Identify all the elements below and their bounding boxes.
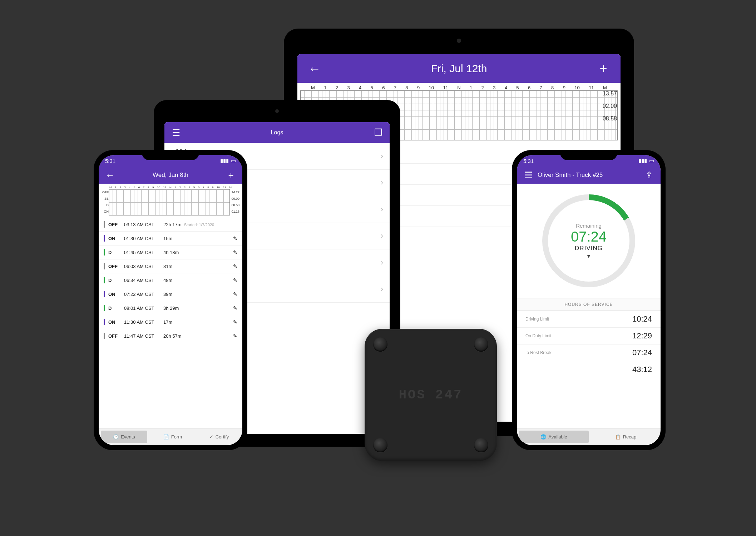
tab-recap[interactable]: 📋 Recap — [591, 428, 661, 445]
event-status: ON — [108, 292, 120, 297]
event-row[interactable]: ON 07:22 AM CST 39m ✎ — [99, 287, 242, 301]
hos-value: 43:12 — [632, 365, 652, 374]
driving-gauge[interactable]: Remaining 07:24 DRIVING ▼ — [542, 194, 635, 287]
menu-icon[interactable]: ☰ — [523, 170, 533, 180]
event-time: 11:47 AM CST — [124, 333, 160, 339]
pencil-icon[interactable]: ✎ — [233, 263, 237, 269]
event-time: 07:22 AM CST — [124, 292, 160, 297]
screw-icon — [373, 337, 387, 352]
status-bar-icon — [104, 249, 105, 255]
event-duration: 3h 29m — [163, 306, 229, 311]
hos-row: 43:12 — [517, 361, 661, 378]
chevron-down-icon[interactable]: ▼ — [586, 253, 591, 259]
status-bar-icon — [104, 263, 105, 269]
status-bar-icon — [104, 277, 105, 283]
battery-icon: ▭ — [231, 158, 236, 164]
x-tick: 11 — [223, 186, 226, 189]
hos-label: On Duty Limit — [525, 333, 552, 338]
x-tick: 5 — [134, 186, 135, 189]
status-bar-icon — [104, 291, 105, 297]
x-tick: 11 — [163, 186, 167, 189]
status-icons: ▮▮▮ ▭ — [220, 158, 236, 164]
pencil-icon[interactable]: ✎ — [233, 277, 237, 283]
event-row[interactable]: D 06:34 AM CST 48m ✎ — [99, 273, 242, 287]
tab-label: Certify — [216, 434, 229, 440]
camera-dot — [457, 39, 461, 43]
event-duration: 39m — [163, 292, 229, 297]
event-time: 06:34 AM CST — [124, 278, 160, 283]
pencil-icon[interactable]: ✎ — [233, 333, 237, 339]
screw-icon — [474, 438, 488, 452]
eld-hardware-device: HOS 247 — [365, 329, 497, 461]
x-tick: 9 — [417, 85, 420, 90]
x-tick: 5 — [371, 85, 373, 90]
tablet-large-title: Fri, Jul 12th — [322, 63, 596, 75]
event-row[interactable]: ON 11:30 AM CST 17m ✎ — [99, 315, 242, 329]
event-row[interactable]: OFF 06:03 AM CST 31m ✎ — [99, 259, 242, 273]
tab-available[interactable]: 🌐 Available — [519, 431, 589, 443]
tab-form[interactable]: 📄 Form — [149, 428, 196, 445]
x-tick: 7 — [394, 85, 396, 90]
event-duration: 20h 57m — [163, 333, 229, 339]
pencil-icon[interactable]: ✎ — [233, 249, 237, 255]
remain-type: DRIVING — [575, 245, 603, 252]
x-tick: 5 — [516, 85, 519, 90]
x-tick: 8 — [207, 186, 209, 189]
status-icons: ▮▮▮ ▭ — [638, 158, 654, 164]
menu-icon[interactable]: ☰ — [171, 128, 181, 138]
x-tick: 10 — [429, 85, 434, 90]
remain-label: Remaining — [576, 223, 602, 229]
x-tick: 7 — [143, 186, 144, 189]
status-bar-icon — [104, 221, 105, 228]
x-tick: 7 — [203, 186, 204, 189]
x-tick: 2 — [119, 186, 121, 189]
tab-certify[interactable]: ✓ Certify — [196, 428, 242, 445]
event-status: D — [108, 278, 120, 283]
x-tick: 1 — [174, 186, 176, 189]
x-tick: N — [457, 85, 460, 90]
add-icon[interactable]: + — [596, 61, 611, 76]
x-tick: M — [109, 186, 112, 189]
event-row[interactable]: OFF 11:47 AM CST 20h 57m ✎ — [99, 329, 242, 343]
chevron-right-icon: › — [381, 152, 383, 161]
x-tick: 1 — [470, 85, 472, 90]
upload-icon[interactable]: ⇪ — [644, 170, 654, 180]
back-arrow-icon[interactable]: ← — [307, 61, 322, 76]
back-arrow-icon[interactable]: ← — [105, 170, 115, 180]
tab-icon: ✓ — [209, 434, 213, 440]
event-row[interactable]: ON 01:30 AM CST 15m ✎ — [99, 232, 242, 245]
pencil-icon[interactable]: ✎ — [233, 235, 237, 241]
tab-events[interactable]: 🕑 Events — [101, 431, 147, 443]
x-tick: 3 — [124, 186, 125, 189]
status-time: 5:31 — [523, 158, 534, 164]
event-duration: 4h 18m — [163, 250, 229, 255]
event-row[interactable]: D 08:01 AM CST 3h 29m ✎ — [99, 301, 242, 315]
event-time: 01:30 AM CST — [124, 236, 160, 241]
row-val: 08.58 — [603, 112, 617, 125]
chevron-right-icon: › — [381, 178, 383, 187]
pencil-icon[interactable]: ✎ — [233, 305, 237, 311]
copy-icon[interactable]: ❐ — [373, 128, 383, 138]
event-time: 11:30 AM CST — [124, 319, 160, 325]
add-icon[interactable]: + — [226, 170, 236, 180]
x-tick: 2 — [481, 85, 484, 90]
x-tick: 8 — [148, 186, 149, 189]
event-status: OFF — [108, 264, 120, 269]
hos-header: HOURS OF SERVICE — [517, 298, 661, 311]
status-bar-icon — [104, 319, 105, 325]
x-tick: 8 — [405, 85, 408, 90]
chevron-right-icon: › — [381, 231, 383, 240]
x-tick: 1 — [324, 85, 326, 90]
event-row[interactable]: OFF 03:13 AM CST 22h 17m Started: 1/7/20… — [99, 218, 242, 232]
x-tick: 4 — [189, 186, 190, 189]
event-status: D — [108, 306, 120, 311]
event-status: OFF — [108, 222, 120, 227]
status-bar-icon — [104, 333, 105, 339]
tab-icon: 📋 — [615, 434, 621, 440]
event-duration: 22h 17m Started: 1/7/2020 — [163, 222, 237, 227]
hardware-brand: HOS 247 — [365, 388, 497, 402]
pencil-icon[interactable]: ✎ — [233, 319, 237, 325]
pencil-icon[interactable]: ✎ — [233, 291, 237, 297]
event-row[interactable]: D 01:45 AM CST 4h 18m ✎ — [99, 245, 242, 259]
tab-icon: 🕑 — [113, 434, 119, 440]
